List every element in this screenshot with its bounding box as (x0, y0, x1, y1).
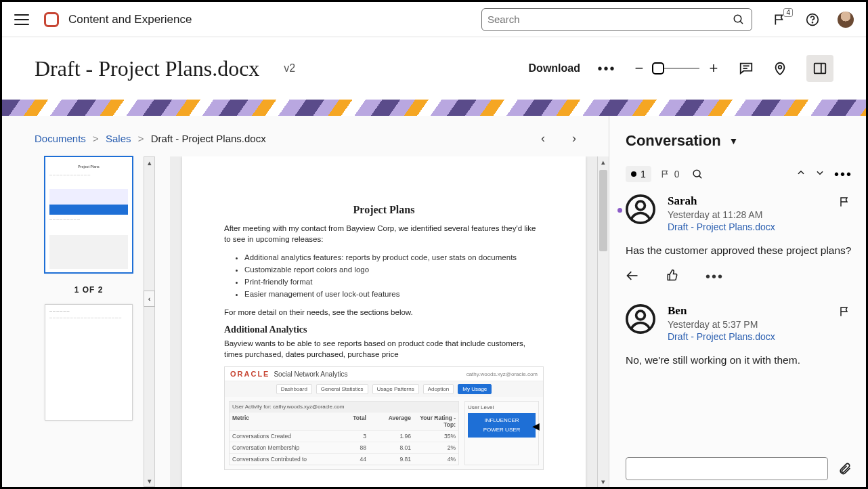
search-icon[interactable] (731, 12, 746, 27)
svg-point-0 (734, 15, 741, 22)
svg-point-6 (779, 66, 782, 69)
message-time: Yesterday at 5:37 PM (668, 319, 775, 330)
global-header: Content and Experience 4 (2, 2, 866, 37)
embed-table-caption: User Activity for: cathy.woods.xyz@oracl… (230, 402, 458, 412)
embed-tab: Dashboard (276, 384, 312, 394)
embed-tab: Usage Patterns (372, 384, 419, 394)
prev-message-icon[interactable] (796, 168, 806, 180)
message-more-icon[interactable]: ••• (706, 269, 724, 285)
notifications-flag-icon[interactable]: 4 (773, 12, 787, 27)
message-text: Has the customer approved these project … (626, 243, 852, 258)
embed-email: cathy.woods.xyz@oracle.com (466, 371, 538, 377)
toggle-sidebar-button[interactable] (806, 55, 833, 82)
conversation-dropdown-icon[interactable]: ▼ (729, 135, 739, 146)
svg-point-12 (636, 201, 645, 210)
thumb-scroll-up-icon[interactable]: ▴ (144, 157, 154, 168)
zoom-slider-track[interactable] (653, 68, 699, 69)
page-scroll-down-icon[interactable]: ▾ (598, 476, 609, 487)
comments-icon[interactable] (739, 61, 754, 76)
thumb-scroll-down-icon[interactable]: ▾ (144, 475, 154, 486)
page-thumbnails: Project Plans — — — — — — — — — — — — — … (35, 156, 143, 487)
prev-page-icon[interactable]: ‹ (541, 131, 545, 146)
page-viewport: Project Plans After meeting with my cont… (170, 156, 609, 487)
pointer-icon: ◀ (532, 421, 540, 431)
like-icon[interactable] (666, 269, 678, 285)
search-input[interactable] (487, 14, 731, 25)
breadcrumb-current: Draft - Project Plans.docx (151, 133, 266, 144)
thumbnails-scrollbar[interactable]: ▴ ▾ (144, 156, 155, 487)
download-button[interactable]: Download (529, 62, 580, 75)
message-author: Sarah (668, 194, 775, 208)
zoom-out-button[interactable]: − (633, 60, 645, 77)
embed-userlevel-label: User Level (468, 404, 536, 410)
person-avatar-icon (626, 304, 655, 334)
breadcrumb: Documents > Sales > Draft - Project Plan… (35, 133, 266, 144)
doc-bullet: Easier management of user lock-out featu… (244, 288, 544, 300)
page-scroll-up-icon[interactable]: ▴ (598, 156, 609, 167)
doc-more: For more detail on their needs, see the … (224, 307, 544, 318)
svg-point-9 (693, 170, 700, 177)
doc-section-title: Additional Analytics (224, 324, 544, 335)
doc-intro: After meeting with my contact from Bayvi… (224, 223, 544, 244)
attach-icon[interactable] (838, 461, 852, 476)
svg-point-3 (812, 22, 813, 22)
document-version: v2 (284, 62, 295, 75)
doc-section-body: Bayview wants to be able to see reports … (224, 338, 544, 360)
next-message-icon[interactable] (815, 168, 825, 180)
svg-line-1 (740, 21, 743, 24)
next-page-icon[interactable]: › (572, 131, 576, 146)
document-action-bar: Draft - Project Plans.docx v2 Download •… (2, 37, 866, 100)
doc-bullet: Print-friendly format (244, 276, 544, 288)
menu-icon[interactable] (14, 14, 29, 25)
user-avatar[interactable] (838, 12, 854, 28)
conversation-panel: Conversation ▼ 1 0 ••• (609, 116, 866, 487)
thumbnail-page-1[interactable]: Project Plans — — — — — — — — — — — — — … (45, 156, 133, 273)
embedded-screenshot: ORACLE Social Network Analytics cathy.wo… (224, 366, 544, 470)
message-ref-link[interactable]: Draft - Project Plans.docx (668, 221, 775, 232)
conversation-more-icon[interactable]: ••• (834, 167, 852, 182)
thumbnail-page-2[interactable]: — — — — — — — — — — — — — — — — — — — — … (45, 304, 133, 421)
unread-filter[interactable]: 1 (626, 166, 651, 182)
zoom-in-button[interactable]: + (708, 60, 720, 77)
embed-tab-active: My Usage (458, 384, 492, 394)
flag-count: 0 (674, 169, 680, 179)
doc-heading: Project Plans (224, 204, 544, 216)
header-actions: 4 (773, 12, 854, 28)
breadcrumb-folder[interactable]: Sales (106, 133, 131, 144)
svg-point-15 (636, 311, 645, 320)
unread-indicator-icon (617, 208, 622, 213)
reply-icon[interactable] (626, 269, 639, 285)
page-counter: 1 OF 2 (74, 285, 104, 295)
message-time: Yesterday at 11:28 AM (668, 209, 775, 220)
zoom-control: − + (633, 60, 720, 77)
message-composer (626, 457, 852, 482)
embed-tab: General Statistics (316, 384, 368, 394)
message-text: No, we're still working on it with them. (626, 353, 852, 368)
svg-line-10 (699, 175, 702, 178)
page-scroll-thumb[interactable] (599, 170, 607, 251)
decorative-stripe (2, 100, 866, 116)
flag-filter[interactable]: 0 (661, 169, 680, 179)
unread-dot-icon (631, 171, 636, 177)
doc-bullet: Additional analytics features: reports b… (244, 251, 544, 263)
collapse-thumbnails-icon[interactable]: ‹ (144, 291, 155, 307)
message-flag-icon[interactable] (838, 304, 852, 319)
global-search[interactable] (481, 8, 752, 31)
notifications-badge: 4 (783, 8, 793, 17)
page-scrollbar[interactable]: ▴ ▾ (597, 156, 609, 487)
zoom-slider-handle[interactable] (652, 62, 664, 75)
message-author: Ben (668, 304, 775, 318)
conversation-search-icon[interactable] (691, 167, 706, 182)
message-ref-link[interactable]: Draft - Project Plans.docx (668, 331, 775, 342)
location-pin-icon[interactable] (773, 61, 787, 76)
embed-tab: Adoption (423, 384, 454, 394)
breadcrumb-root[interactable]: Documents (35, 133, 86, 144)
document-area: Documents > Sales > Draft - Project Plan… (2, 116, 609, 487)
svg-rect-7 (815, 64, 826, 74)
embed-subtitle: Social Network Analytics (274, 370, 347, 378)
more-actions-icon[interactable]: ••• (599, 61, 614, 76)
conversation-title: Conversation (626, 132, 721, 150)
composer-input[interactable] (626, 457, 828, 480)
message-flag-icon[interactable] (838, 194, 852, 209)
help-icon[interactable] (805, 12, 820, 27)
